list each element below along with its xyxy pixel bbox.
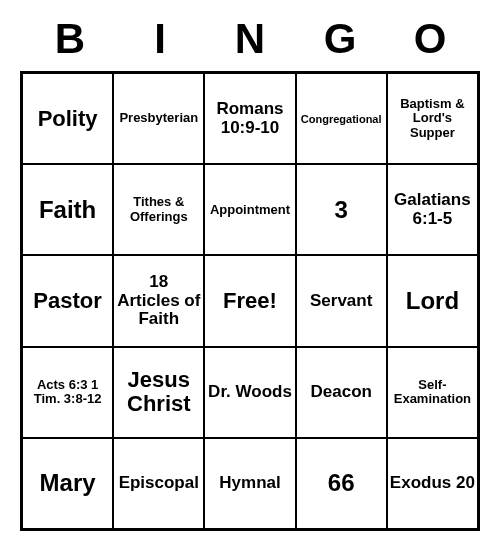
header-g: G bbox=[295, 15, 385, 63]
cell-text: Acts 6:3 1 Tim. 3:8-12 bbox=[25, 378, 110, 407]
bingo-cell[interactable]: Baptism & Lord's Supper bbox=[387, 73, 478, 164]
bingo-cell[interactable]: Jesus Christ bbox=[113, 347, 204, 438]
bingo-grid: Polity Presbyterian Romans 10:9-10 Congr… bbox=[20, 71, 480, 531]
cell-text: Lord bbox=[406, 288, 459, 314]
bingo-cell[interactable]: Lord bbox=[387, 255, 478, 346]
bingo-cell[interactable]: Acts 6:3 1 Tim. 3:8-12 bbox=[22, 347, 113, 438]
cell-text: Appointment bbox=[210, 203, 290, 217]
bingo-cell[interactable]: Congregational bbox=[296, 73, 387, 164]
cell-text: Hymnal bbox=[219, 474, 280, 493]
cell-text: Romans 10:9-10 bbox=[207, 100, 292, 137]
header-i: I bbox=[115, 15, 205, 63]
bingo-cell[interactable]: Exodus 20 bbox=[387, 438, 478, 529]
bingo-cell[interactable]: 66 bbox=[296, 438, 387, 529]
bingo-cell[interactable]: Servant bbox=[296, 255, 387, 346]
bingo-cell[interactable]: Hymnal bbox=[204, 438, 295, 529]
cell-text: Dr. Woods bbox=[208, 383, 292, 402]
cell-text: Pastor bbox=[33, 289, 101, 313]
cell-text: 3 bbox=[335, 197, 348, 223]
cell-text: Mary bbox=[40, 470, 96, 496]
cell-text: Servant bbox=[310, 292, 372, 311]
cell-text: Galatians 6:1-5 bbox=[390, 191, 475, 228]
cell-text: 66 bbox=[328, 470, 355, 496]
cell-text: Self-Examination bbox=[390, 378, 475, 407]
header-b: B bbox=[25, 15, 115, 63]
bingo-cell[interactable]: Presbyterian bbox=[113, 73, 204, 164]
bingo-cell[interactable]: Self-Examination bbox=[387, 347, 478, 438]
bingo-cell[interactable]: Dr. Woods bbox=[204, 347, 295, 438]
bingo-cell[interactable]: Appointment bbox=[204, 164, 295, 255]
bingo-cell[interactable]: Episcopal bbox=[113, 438, 204, 529]
cell-text: 18 Articles of Faith bbox=[116, 273, 201, 329]
cell-text: Free! bbox=[223, 289, 277, 313]
header-o: O bbox=[385, 15, 475, 63]
cell-text: Faith bbox=[39, 197, 96, 223]
cell-text: Episcopal bbox=[119, 474, 199, 493]
header-n: N bbox=[205, 15, 295, 63]
bingo-cell[interactable]: Tithes & Offerings bbox=[113, 164, 204, 255]
cell-text: Congregational bbox=[301, 113, 382, 125]
bingo-cell[interactable]: Polity bbox=[22, 73, 113, 164]
cell-text: Exodus 20 bbox=[390, 474, 475, 493]
bingo-cell[interactable]: Pastor bbox=[22, 255, 113, 346]
cell-text: Tithes & Offerings bbox=[116, 195, 201, 224]
bingo-cell[interactable]: Mary bbox=[22, 438, 113, 529]
bingo-cell[interactable]: 3 bbox=[296, 164, 387, 255]
bingo-cell[interactable]: Faith bbox=[22, 164, 113, 255]
bingo-cell[interactable]: Deacon bbox=[296, 347, 387, 438]
bingo-cell[interactable]: 18 Articles of Faith bbox=[113, 255, 204, 346]
cell-text: Baptism & Lord's Supper bbox=[390, 97, 475, 140]
bingo-header: B I N G O bbox=[20, 15, 480, 63]
cell-text: Presbyterian bbox=[119, 111, 198, 125]
cell-text: Polity bbox=[38, 107, 98, 131]
bingo-cell[interactable]: Free! bbox=[204, 255, 295, 346]
bingo-cell[interactable]: Romans 10:9-10 bbox=[204, 73, 295, 164]
bingo-cell[interactable]: Galatians 6:1-5 bbox=[387, 164, 478, 255]
cell-text: Jesus Christ bbox=[116, 368, 201, 416]
cell-text: Deacon bbox=[310, 383, 371, 402]
